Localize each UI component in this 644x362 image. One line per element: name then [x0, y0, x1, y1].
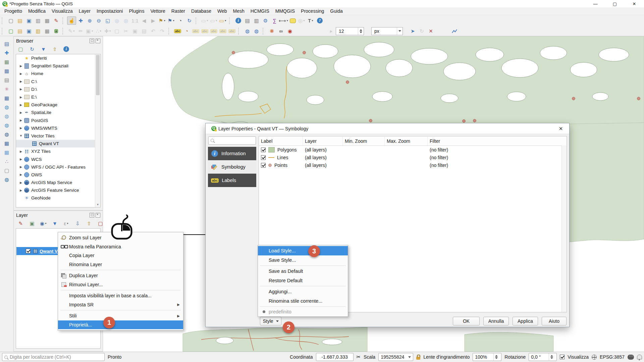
- pan-map-button[interactable]: ☝: [67, 16, 76, 25]
- style-drop-button[interactable]: ◉: [285, 27, 294, 35]
- sidebar-item-labels[interactable]: abc Labels: [208, 174, 256, 187]
- applica-button[interactable]: Applica: [513, 317, 538, 325]
- nominatim-search-button[interactable]: ◎▼: [297, 16, 306, 25]
- context-item-rinomina-layer[interactable]: Rinomina Layer: [58, 260, 183, 269]
- layer-labeling-button[interactable]: abc: [173, 27, 182, 35]
- browser-scrollbar[interactable]: ▼: [95, 54, 100, 207]
- zoom-full-button[interactable]: ◱: [103, 16, 112, 25]
- menu-modifica[interactable]: Modifica: [25, 8, 49, 14]
- notifications-icon[interactable]: [637, 355, 642, 359]
- open-data-source-manager-button[interactable]: ▤: [2, 40, 11, 48]
- statistical-summary-button[interactable]: ▥: [252, 16, 261, 25]
- new-shapefile-layer-button[interactable]: ▤: [15, 27, 24, 35]
- ok-button[interactable]: OK: [453, 317, 480, 325]
- zoom-in-button[interactable]: ⊕: [85, 16, 94, 25]
- browser-item-d[interactable]: ▶D:\: [16, 85, 100, 93]
- layer-panel-close-button[interactable]: [96, 213, 100, 218]
- menu-mesh[interactable]: Mesh: [230, 8, 248, 14]
- browser-refresh-button[interactable]: ↻: [28, 45, 37, 53]
- menu-guida[interactable]: Guida: [327, 8, 345, 14]
- browser-item-preferiti[interactable]: ★Preferiti: [16, 54, 100, 62]
- add-vector-tile-layer-button[interactable]: ▦: [2, 139, 11, 147]
- layer-visib-checkbox[interactable]: [26, 249, 31, 253]
- menu-web[interactable]: Web: [214, 8, 230, 14]
- menu-visualizza[interactable]: Visualizza: [49, 8, 76, 14]
- style-button[interactable]: Style: [260, 317, 281, 325]
- pan-to-selection-button[interactable]: ✚: [76, 16, 85, 25]
- pin-labels-button[interactable]: abc: [191, 27, 200, 35]
- save-layer-edits-button[interactable]: ▣▼: [85, 27, 94, 35]
- style-menu-item-save-style[interactable]: Save Style...: [258, 255, 348, 265]
- crs-globe-icon[interactable]: [592, 355, 597, 360]
- messages-icon[interactable]: [628, 355, 634, 360]
- browser-add-layer-button[interactable]: ▢: [16, 45, 25, 53]
- dialog-close-icon[interactable]: ✕: [556, 126, 566, 132]
- browser-item-ows[interactable]: ▶OWS: [16, 171, 100, 179]
- open-project-button[interactable]: ▤: [15, 16, 24, 25]
- sidebar-item-symbology[interactable]: Symbology: [208, 160, 256, 174]
- browser-item-spatialite[interactable]: ▶✒SpatiaLite: [16, 109, 100, 116]
- show-spatial-bookmarks-button[interactable]: ⚑▼: [167, 16, 176, 25]
- add-wcs-layer-button[interactable]: ◍: [2, 112, 11, 120]
- menu-progetto[interactable]: Progetto: [1, 8, 25, 14]
- cut-features-button[interactable]: ✂: [121, 27, 130, 35]
- add-wms-layer-button[interactable]: ◍: [2, 103, 11, 111]
- delete-selected-button[interactable]: ▢: [112, 27, 121, 35]
- table-row-lines[interactable]: Lines(all layers)(no filter): [259, 154, 567, 161]
- layout-manager-button[interactable]: ▦: [43, 16, 52, 25]
- browser-item-wms-wmts[interactable]: ▶WMS/WMTS: [16, 124, 100, 132]
- processing-toolbox-button[interactable]: ⚙: [261, 16, 270, 25]
- sidebar-item-information[interactable]: i Information: [208, 147, 256, 160]
- row-visibility-checkbox[interactable]: [261, 163, 266, 168]
- dialog-title-bar[interactable]: Layer Properties - Qwant VT — Symbology …: [206, 123, 569, 134]
- save-project-button[interactable]: ▣: [24, 16, 34, 25]
- menu-hcmgis[interactable]: HCMGIS: [248, 8, 272, 14]
- menu-database[interactable]: Database: [188, 8, 214, 14]
- context-item-imposta-visibilit-layer-in-base-a-scala[interactable]: Imposta visibilità layer in base a scala…: [58, 291, 183, 300]
- context-item-rimuovi-layer[interactable]: Rimuovi Layer...: [58, 280, 183, 289]
- menu-raster[interactable]: Raster: [168, 8, 188, 14]
- refresh-map-button[interactable]: ↻: [185, 16, 194, 25]
- table-row-polygons[interactable]: Polygons(all layers)(no filter): [259, 146, 567, 154]
- map-tips-button[interactable]: [288, 16, 297, 25]
- add-delimited-text-layer-button[interactable]: ▤: [2, 76, 11, 84]
- new-virtual-layer-button[interactable]: ▦: [43, 27, 52, 35]
- add-arcgis-layer-button[interactable]: ◍: [2, 130, 11, 138]
- column-header-max-zoom[interactable]: Max. Zoom: [385, 136, 428, 145]
- lock-scale-icon[interactable]: [416, 357, 420, 360]
- add-raster-layer-button[interactable]: ▦: [2, 58, 11, 66]
- zoom-to-layer-button[interactable]: ◎: [121, 16, 130, 25]
- help-button[interactable]: ?: [315, 16, 324, 25]
- style-manager-button[interactable]: ✎: [52, 16, 61, 25]
- browser-item-wcs[interactable]: ▶WCS: [16, 155, 100, 163]
- add-virtual-layer-button[interactable]: ▢: [2, 166, 11, 175]
- zoom-native-button[interactable]: 1:1: [130, 16, 140, 25]
- table-row-points[interactable]: Points(all layers)(no filter): [259, 161, 567, 169]
- metasearch-catalog-button[interactable]: ◍: [2, 175, 11, 184]
- context-item-copia-layer[interactable]: Copia Layer: [58, 251, 183, 260]
- style-menu-item-aggiungi[interactable]: Aggiungi...: [258, 287, 348, 296]
- aiuto-button[interactable]: Aiuto: [542, 317, 567, 325]
- new-mesh-layer-button[interactable]: a: [52, 27, 61, 35]
- copy-features-button[interactable]: ▣: [130, 27, 140, 35]
- layer-panel-float-button[interactable]: [90, 213, 94, 218]
- label-rotate-button[interactable]: ↻: [417, 27, 426, 35]
- magnifier-spinner[interactable]: 100%: [473, 353, 501, 361]
- browser-item-arcgis-map-service[interactable]: ▶ArcGIS Map Service: [16, 179, 100, 186]
- style-menu-item-load-style[interactable]: Load Style...: [258, 246, 348, 255]
- browser-item-wfs-ogc-api-features[interactable]: ▶WFS / OGC API - Features: [16, 163, 100, 171]
- render-checkbox[interactable]: [560, 355, 565, 359]
- browser-filter-button[interactable]: ▼: [39, 45, 48, 53]
- zoom-to-selection-button[interactable]: ◎: [112, 16, 121, 25]
- filter-legend-button[interactable]: ▼: [50, 219, 59, 228]
- select-features-button[interactable]: ▭▼: [200, 16, 209, 25]
- context-item-propriet[interactable]: Proprietà...: [58, 320, 183, 329]
- column-header-filter[interactable]: Filter: [428, 136, 567, 145]
- current-edits-button[interactable]: ✎▼: [67, 27, 76, 35]
- browser-item-arcgis-feature-service[interactable]: ▶ArcGIS Feature Service: [16, 186, 100, 194]
- browser-item-qwant-vt[interactable]: Qwant VT: [16, 140, 100, 147]
- column-header-layer[interactable]: Layer: [303, 136, 343, 145]
- osm-tools-button[interactable]: ∞: [276, 27, 285, 35]
- digitize-button[interactable]: ∴▼: [94, 27, 103, 35]
- browser-item-geonode[interactable]: ✳GeoNode: [16, 194, 100, 202]
